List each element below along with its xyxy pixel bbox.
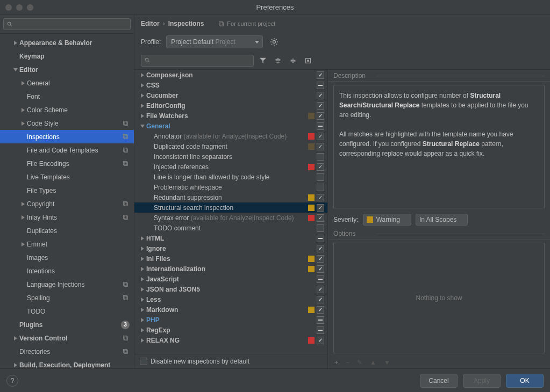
sidebar-item-directories[interactable]: Directories bbox=[0, 345, 134, 358]
inspection-row[interactable]: Ignore bbox=[134, 243, 327, 253]
inspection-row[interactable]: Annotator (available for Analyze|Inspect… bbox=[134, 131, 327, 141]
inspection-checkbox[interactable] bbox=[317, 102, 324, 110]
inspection-row[interactable]: Duplicated code fragment bbox=[134, 141, 327, 151]
profile-dropdown[interactable]: Project Default Project bbox=[166, 35, 263, 48]
inspection-row[interactable]: RELAX NG bbox=[134, 335, 327, 345]
sidebar-item-general[interactable]: General bbox=[0, 76, 134, 90]
sidebar-item-file-types[interactable]: File Types bbox=[0, 184, 134, 197]
move-up-button[interactable]: ▲ bbox=[370, 359, 376, 366]
inspection-checkbox[interactable] bbox=[317, 163, 324, 171]
sidebar-item-color-scheme[interactable]: Color Scheme bbox=[0, 103, 134, 117]
inspection-checkbox[interactable] bbox=[317, 224, 324, 232]
sidebar-item-inspections[interactable]: Inspections bbox=[0, 130, 134, 143]
inspection-search-input[interactable] bbox=[141, 55, 254, 67]
inspection-row[interactable]: Syntax error (available for Analyze|Insp… bbox=[134, 213, 327, 223]
inspection-checkbox[interactable] bbox=[317, 122, 324, 130]
sidebar-item-language-injections[interactable]: Language Injections bbox=[0, 278, 134, 291]
sidebar-item-live-templates[interactable]: Live Templates bbox=[0, 170, 134, 184]
sidebar-item-inlay-hints[interactable]: Inlay Hints bbox=[0, 210, 134, 224]
inspection-checkbox[interactable] bbox=[317, 275, 324, 283]
sidebar-item-images[interactable]: Images bbox=[0, 251, 134, 264]
reset-button[interactable] bbox=[302, 55, 314, 67]
expand-all-button[interactable] bbox=[272, 55, 284, 67]
sidebar-item-font[interactable]: Font bbox=[0, 90, 134, 103]
sidebar-item-file-and-code-templates[interactable]: File and Code Templates bbox=[0, 143, 134, 157]
breadcrumb-root[interactable]: Editor bbox=[141, 20, 160, 27]
add-option-button[interactable]: + bbox=[334, 359, 338, 366]
inspection-checkbox[interactable] bbox=[317, 296, 324, 303]
cancel-button[interactable]: Cancel bbox=[420, 374, 458, 388]
inspection-checkbox[interactable] bbox=[317, 337, 324, 344]
inspection-checkbox[interactable] bbox=[317, 194, 324, 201]
apply-button[interactable]: Apply bbox=[463, 374, 501, 388]
inspection-checkbox[interactable] bbox=[317, 214, 324, 222]
inspection-row[interactable]: General bbox=[134, 121, 327, 131]
sidebar-item-file-encodings[interactable]: File Encodings bbox=[0, 157, 134, 170]
inspection-checkbox[interactable] bbox=[317, 184, 324, 191]
sidebar-item-spelling[interactable]: Spelling bbox=[0, 291, 134, 304]
inspection-row[interactable]: Composer.json bbox=[134, 70, 327, 80]
sidebar-item-version-control[interactable]: Version Control bbox=[0, 331, 134, 345]
collapse-all-button[interactable] bbox=[287, 55, 299, 67]
edit-option-button[interactable]: ✎ bbox=[357, 359, 362, 366]
inspection-row[interactable]: Problematic whitespace bbox=[134, 182, 327, 192]
inspection-row[interactable]: Line is longer than allowed by code styl… bbox=[134, 172, 327, 182]
disable-new-checkbox[interactable] bbox=[140, 358, 147, 365]
sidebar-item-keymap[interactable]: Keymap bbox=[0, 49, 134, 63]
inspection-row[interactable]: TODO comment bbox=[134, 223, 327, 233]
inspection-row[interactable]: Ini Files bbox=[134, 253, 327, 264]
inspection-row[interactable]: Cucumber bbox=[134, 90, 327, 100]
profile-settings-button[interactable] bbox=[268, 36, 280, 48]
sidebar-item-copyright[interactable]: Copyright bbox=[0, 197, 134, 210]
inspection-row[interactable]: JSON and JSON5 bbox=[134, 284, 327, 294]
inspection-checkbox[interactable] bbox=[317, 326, 324, 334]
move-down-button[interactable]: ▼ bbox=[384, 359, 390, 366]
sidebar-item-plugins[interactable]: Plugins3 bbox=[0, 318, 134, 331]
inspection-row[interactable]: File Watchers bbox=[134, 111, 327, 121]
inspection-checkbox[interactable] bbox=[317, 316, 324, 324]
severity-dropdown[interactable]: Warning bbox=[363, 214, 411, 226]
inspection-row[interactable]: Injected references bbox=[134, 162, 327, 172]
inspection-checkbox[interactable] bbox=[317, 82, 324, 89]
remove-option-button[interactable]: − bbox=[346, 359, 349, 366]
help-button[interactable]: ? bbox=[6, 375, 18, 387]
inspection-row[interactable]: EditorConfig bbox=[134, 100, 327, 111]
ok-button[interactable]: OK bbox=[506, 374, 544, 388]
zoom-window-icon[interactable] bbox=[27, 4, 33, 11]
inspection-checkbox[interactable] bbox=[317, 235, 324, 242]
sidebar-search-input[interactable] bbox=[3, 18, 131, 30]
inspection-checkbox[interactable] bbox=[317, 245, 324, 252]
inspection-checkbox[interactable] bbox=[317, 133, 324, 140]
minimize-window-icon[interactable] bbox=[16, 4, 23, 11]
inspection-row[interactable]: RegExp bbox=[134, 325, 327, 335]
sidebar-item-todo[interactable]: TODO bbox=[0, 304, 134, 318]
close-window-icon[interactable] bbox=[5, 4, 12, 11]
sidebar-item-emmet[interactable]: Emmet bbox=[0, 237, 134, 251]
inspection-row[interactable]: Less bbox=[134, 294, 327, 304]
sidebar-item-build-execution-deployment[interactable]: Build, Execution, Deployment bbox=[0, 358, 134, 368]
sidebar-item-intentions[interactable]: Intentions bbox=[0, 264, 134, 278]
filter-button[interactable] bbox=[257, 55, 269, 67]
inspection-checkbox[interactable] bbox=[317, 92, 324, 99]
inspection-checkbox[interactable] bbox=[317, 286, 324, 293]
inspection-row[interactable]: JavaScript bbox=[134, 274, 327, 284]
sidebar-item-code-style[interactable]: Code Style bbox=[0, 117, 134, 130]
inspection-checkbox[interactable] bbox=[317, 265, 324, 273]
sidebar-item-appearance-behavior[interactable]: Appearance & Behavior bbox=[0, 36, 134, 49]
sidebar-item-editor[interactable]: Editor bbox=[0, 63, 134, 76]
inspection-row[interactable]: Markdown bbox=[134, 304, 327, 315]
inspection-checkbox[interactable] bbox=[317, 71, 324, 79]
inspection-row[interactable]: HTML bbox=[134, 233, 327, 243]
inspection-checkbox[interactable] bbox=[317, 255, 324, 263]
inspection-checkbox[interactable] bbox=[317, 173, 324, 181]
inspection-checkbox[interactable] bbox=[317, 112, 324, 120]
inspection-checkbox[interactable] bbox=[317, 153, 324, 161]
scope-dropdown[interactable]: In All Scopes bbox=[416, 214, 468, 226]
inspection-row[interactable]: CSS bbox=[134, 80, 327, 90]
inspection-row[interactable]: Redundant suppression bbox=[134, 192, 327, 202]
inspection-row[interactable]: Structural search inspection bbox=[134, 202, 327, 213]
inspection-checkbox[interactable] bbox=[317, 204, 324, 212]
inspection-row[interactable]: Inconsistent line separators bbox=[134, 151, 327, 162]
inspection-row[interactable]: Internationalization bbox=[134, 264, 327, 274]
inspection-row[interactable]: PHP bbox=[134, 315, 327, 325]
